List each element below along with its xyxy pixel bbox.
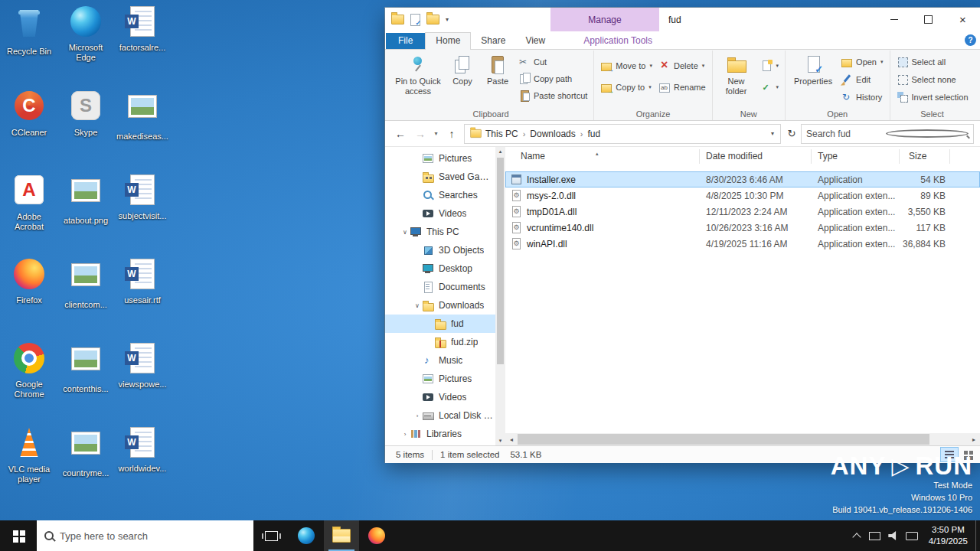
scrollbar-thumb[interactable]	[518, 434, 929, 445]
desktop-icon-makediseas[interactable]: makediseas...	[115, 89, 170, 142]
sidebar-item-local-disk-c[interactable]: ›Local Disk (C:)	[385, 406, 505, 425]
sidebar-item-libraries[interactable]: ›Libraries	[385, 425, 505, 443]
column-header-date-modified[interactable]: Date modified	[700, 149, 812, 164]
pin-to-quick-access-button[interactable]: Pin to Quick access	[391, 52, 445, 99]
desktop-icon-factorsalre[interactable]: factorsalre...	[115, 5, 170, 53]
maximize-button[interactable]	[911, 8, 946, 31]
file-row-tmpd01a-dll[interactable]: tmpD01A.dll12/11/2023 2:24 AMApplication…	[505, 204, 980, 220]
scroll-up-arrow[interactable]: ▴	[495, 148, 505, 155]
delete-button[interactable]: Delete ▾	[655, 57, 709, 73]
invert-selection-button[interactable]: Invert selection	[893, 89, 972, 105]
rename-button[interactable]: Rename	[655, 79, 709, 95]
desktop-icon-firefox[interactable]: Firefox	[2, 257, 57, 305]
select-all-button[interactable]: Select all	[893, 54, 972, 70]
copy-to-button[interactable]: Copy to ▾	[597, 79, 655, 95]
collapse-chevron[interactable]: ∨	[400, 229, 410, 236]
qat-new-folder-icon[interactable]	[426, 15, 439, 24]
copy-path-button[interactable]: Copy path	[515, 70, 590, 86]
sidebar-item-fud[interactable]: fud	[385, 315, 505, 333]
sidebar-item-videos[interactable]: Videos	[385, 388, 505, 406]
new-item-button[interactable]: ▾	[757, 57, 782, 73]
task-view-button[interactable]	[253, 520, 289, 551]
breadcrumb-fud[interactable]: fud	[584, 129, 603, 139]
minimize-button[interactable]	[877, 8, 911, 31]
sidebar-item-pictures[interactable]: Pictures	[385, 370, 505, 388]
sidebar-item-pictures[interactable]: Pictures	[385, 149, 505, 168]
volume-icon[interactable]	[884, 520, 903, 551]
sidebar-item-saved-games[interactable]: Saved Games	[385, 168, 505, 186]
horizontal-scrollbar[interactable]: ◂ ▸	[505, 433, 980, 445]
breadcrumb-this-pc[interactable]: This PC	[482, 129, 521, 139]
new-folder-button[interactable]: New folder	[716, 52, 757, 99]
sidebar-item-searches[interactable]: Searches	[385, 186, 505, 204]
paste-shortcut-button[interactable]: Paste shortcut	[515, 87, 590, 103]
expand-chevron[interactable]: ›	[400, 431, 410, 438]
sidebar-item-3d-objects[interactable]: 3D Objects	[385, 241, 505, 259]
sidebar-item-this-pc[interactable]: ∨This PC	[385, 223, 505, 241]
scroll-left-arrow[interactable]: ◂	[505, 436, 518, 443]
back-button[interactable]: ←	[391, 125, 410, 143]
up-button[interactable]: ↑	[443, 125, 461, 143]
collapse-chevron[interactable]: ∨	[413, 302, 422, 309]
desktop-icon-subjectvisit[interactable]: subjectvisit...	[115, 173, 170, 221]
qat-properties-icon[interactable]	[410, 14, 420, 26]
keyboard-icon[interactable]	[903, 520, 921, 551]
column-header-name[interactable]: ▴ Name	[505, 149, 700, 164]
recent-locations-chevron[interactable]: ▾	[431, 125, 441, 143]
start-button[interactable]	[0, 520, 37, 551]
easy-access-button[interactable]: ▾	[757, 79, 782, 95]
sidebar-item-downloads[interactable]: ∨Downloads	[385, 296, 505, 315]
address-bar[interactable]: This PC › Downloads › fud ▾	[464, 124, 781, 144]
file-row-msys-2-0-dll[interactable]: msys-2.0.dll4/8/2025 10:30 PMApplication…	[505, 187, 980, 204]
close-button[interactable]: ×	[946, 8, 980, 31]
column-header-size[interactable]: Size	[900, 149, 950, 164]
sidebar-item-music[interactable]: Music	[385, 351, 505, 370]
desktop-icon-worldwidev[interactable]: worldwidev...	[115, 425, 170, 474]
taskbar-file-explorer-button[interactable]	[324, 520, 359, 551]
cut-button[interactable]: Cut	[515, 54, 590, 70]
file-row-installer-exe[interactable]: Installer.exe8/30/2023 6:46 AMApplicatio…	[505, 171, 980, 187]
file-row-winapi-dll[interactable]: winAPI.dll4/19/2025 11:16 AMApplication …	[505, 236, 980, 252]
scroll-right-arrow[interactable]: ▸	[968, 436, 980, 443]
desktop-icon-vlc-media-player[interactable]: VLC media player	[2, 425, 57, 484]
sidebar-scrollbar[interactable]: ▴ ▾	[495, 147, 505, 445]
forward-button[interactable]: →	[411, 125, 430, 143]
contextual-tab-group-manage[interactable]: Manage	[550, 8, 659, 31]
desktop-icon-clientcom[interactable]: clientcom...	[58, 257, 113, 310]
desktop-icon-usesair-rtf[interactable]: usesair.rtf	[115, 257, 170, 305]
desktop-icon-contenthis[interactable]: contenthis...	[58, 341, 113, 394]
qat-customize-chevron[interactable]: ▾	[446, 16, 449, 23]
desktop-icon-atabout-png[interactable]: atabout.png	[58, 173, 113, 226]
file-row-vcruntime140-dll[interactable]: vcruntime140.dll10/26/2023 3:16 AMApplic…	[505, 220, 980, 236]
desktop-icon-recycle-bin[interactable]: Recycle Bin	[2, 5, 57, 57]
desktop-icon-viewspowe[interactable]: viewspowe...	[115, 341, 170, 390]
sidebar-item-desktop[interactable]: Desktop	[385, 259, 505, 278]
paste-button[interactable]: Paste	[480, 52, 515, 89]
network-icon[interactable]	[866, 520, 884, 551]
taskbar-search[interactable]: Type here to search	[37, 520, 253, 551]
expand-chevron[interactable]: ›	[413, 412, 422, 419]
tab-application-tools[interactable]: Application Tools	[573, 33, 662, 49]
tab-view[interactable]: View	[515, 33, 555, 49]
move-to-button[interactable]: Move to ▾	[597, 57, 655, 73]
copy-button[interactable]: Copy	[445, 52, 480, 89]
tab-file[interactable]: File	[386, 33, 425, 49]
refresh-icon[interactable]: ↻	[784, 128, 799, 139]
tab-share[interactable]: Share	[471, 33, 515, 49]
desktop-icon-countryme[interactable]: countryme...	[58, 425, 113, 478]
taskbar-edge-button[interactable]	[289, 520, 324, 551]
hidden-icons-chevron[interactable]	[848, 520, 866, 551]
show-desktop-button[interactable]	[975, 520, 980, 551]
properties-button[interactable]: Properties	[789, 52, 838, 89]
sidebar-item-documents[interactable]: Documents	[385, 278, 505, 296]
open-button[interactable]: Open ▾	[838, 54, 886, 70]
desktop-icon-ccleaner[interactable]: CCleaner	[2, 89, 57, 138]
titlebar[interactable]: ▾ Manage fud ×	[385, 8, 980, 31]
select-none-button[interactable]: Select none	[893, 71, 972, 87]
help-icon[interactable]: ?	[965, 34, 976, 46]
scrollbar-thumb[interactable]	[497, 158, 504, 364]
breadcrumb-downloads[interactable]: Downloads	[527, 129, 578, 139]
desktop-icon-skype[interactable]: Skype	[58, 89, 113, 138]
search-icon[interactable]	[886, 129, 969, 138]
sidebar-item-videos[interactable]: Videos	[385, 204, 505, 223]
